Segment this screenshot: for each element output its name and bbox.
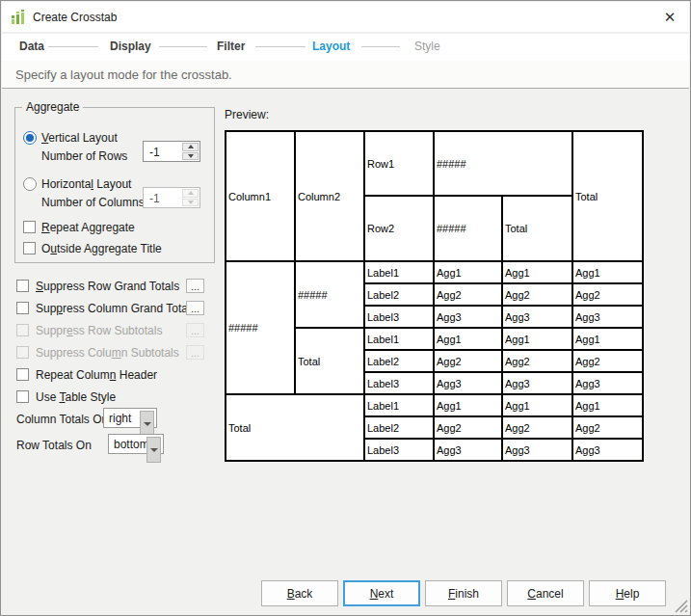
step-data[interactable]: Data bbox=[19, 40, 44, 53]
suppress-column-subtotals-checkbox bbox=[16, 346, 29, 359]
create-crosstab-dialog: Create Crosstab ✕ Data Display Filter La… bbox=[0, 0, 691, 616]
use-table-style-label[interactable]: Use Table Style bbox=[36, 390, 116, 404]
triangle-down-icon bbox=[188, 201, 194, 204]
next-button[interactable]: Next bbox=[343, 580, 420, 606]
preview-cell-agg: Agg3 bbox=[502, 372, 572, 394]
finish-button[interactable]: Finish bbox=[425, 580, 502, 606]
suppress-row-subtotals-checkbox bbox=[16, 324, 29, 336]
preview-cell-agg: Agg3 bbox=[434, 372, 502, 394]
vertical-layout-radio[interactable] bbox=[23, 131, 37, 145]
preview-cell-row2: Row2 bbox=[364, 196, 434, 261]
outside-aggregate-title-label[interactable]: Outside Aggregate Title bbox=[41, 242, 162, 255]
suppress-column-grand-totals-more-button[interactable]: ... bbox=[186, 301, 204, 315]
horizontal-layout-radio[interactable] bbox=[23, 177, 37, 191]
preview-cell-label: Label3 bbox=[364, 372, 434, 394]
preview-cell-grand-total-row: Total bbox=[226, 394, 364, 461]
preview-cell-label: Label2 bbox=[364, 350, 434, 372]
preview-cell-agg: Agg1 bbox=[572, 261, 643, 283]
back-button[interactable]: Back bbox=[261, 580, 338, 606]
number-of-rows-spinner[interactable]: -1 bbox=[143, 141, 200, 162]
preview-cell-agg: Agg2 bbox=[502, 416, 572, 439]
preview-cell-agg: Agg1 bbox=[502, 328, 572, 350]
repeat-aggregate-checkbox[interactable] bbox=[23, 221, 36, 233]
aggregate-groupbox: Aggregate Vertical Layout Number of Rows… bbox=[14, 107, 215, 263]
use-table-style-checkbox[interactable] bbox=[16, 390, 29, 403]
step-style[interactable]: Style bbox=[414, 40, 440, 53]
step-layout[interactable]: Layout bbox=[312, 40, 350, 53]
spin-up-button[interactable] bbox=[182, 143, 199, 151]
preview-cell-agg: Agg3 bbox=[502, 439, 572, 461]
number-of-rows-label: Number of Rows bbox=[41, 149, 127, 163]
preview-cell-label: Label2 bbox=[364, 416, 434, 439]
row-totals-on-dropdown[interactable]: bottom bbox=[108, 434, 164, 454]
aggregate-legend: Aggregate bbox=[22, 100, 83, 114]
chevron-down-icon bbox=[144, 422, 151, 426]
suppress-row-subtotals-label: Suppress Row Subtotals bbox=[36, 324, 162, 337]
preview-cell-label: Label3 bbox=[364, 439, 434, 461]
preview-cell-row1-value: ##### bbox=[434, 131, 572, 196]
dropdown-arrow-button[interactable] bbox=[140, 411, 154, 437]
repeat-column-header-label[interactable]: Repeat Column Header bbox=[36, 368, 157, 382]
resize-grip[interactable] bbox=[674, 599, 688, 613]
preview-cell-row2-value: ##### bbox=[434, 196, 502, 261]
column-totals-on-value: right bbox=[109, 412, 131, 425]
cancel-button[interactable]: Cancel bbox=[507, 580, 584, 606]
preview-label: Preview: bbox=[225, 108, 269, 121]
suppress-row-subtotals-more-button: ... bbox=[186, 323, 204, 337]
preview-cell-row1: Row1 bbox=[364, 131, 434, 196]
repeat-column-header-checkbox[interactable] bbox=[16, 368, 29, 381]
row-totals-on-value: bottom bbox=[114, 438, 149, 451]
preview-cell-agg: Agg1 bbox=[502, 394, 572, 416]
preview-cell-agg: Agg1 bbox=[572, 394, 643, 416]
preview-cell-row2-total: Total bbox=[502, 196, 572, 261]
suppress-column-grand-totals-checkbox[interactable] bbox=[16, 302, 29, 314]
spin-down-button[interactable] bbox=[182, 152, 199, 161]
suppress-column-subtotals-label: Suppress Column Subtotals bbox=[36, 346, 179, 360]
suppress-row-grand-totals-checkbox[interactable] bbox=[16, 280, 29, 292]
repeat-aggregate-label[interactable]: Repeat Aggregate bbox=[41, 221, 135, 234]
number-of-columns-label: Number of Columns bbox=[41, 196, 145, 209]
preview-cell-agg: Agg2 bbox=[502, 283, 572, 306]
spin-down-button bbox=[182, 199, 199, 207]
subtitle-bar: Specify a layout mode for the crosstab. bbox=[2, 61, 689, 89]
suppress-row-grand-totals-more-button[interactable]: ... bbox=[186, 279, 204, 293]
number-of-columns-spinner: -1 bbox=[143, 187, 200, 208]
step-connector bbox=[48, 46, 98, 47]
suppress-row-grand-totals-label[interactable]: Suppress Row Grand Totals bbox=[36, 280, 179, 293]
suppress-column-subtotals-more-button: ... bbox=[186, 345, 204, 360]
preview-cell-agg: Agg3 bbox=[434, 306, 502, 328]
crosstab-chart-icon bbox=[11, 10, 26, 25]
preview-cell-agg: Agg1 bbox=[572, 328, 643, 350]
vertical-layout-label[interactable]: Vertical Layout bbox=[41, 131, 118, 145]
triangle-up-icon bbox=[188, 191, 194, 195]
preview-cell-subgroup: ##### bbox=[295, 261, 364, 328]
step-display[interactable]: Display bbox=[110, 40, 151, 53]
page-subtitle: Specify a layout mode for the crosstab. bbox=[15, 67, 232, 82]
dropdown-arrow-button[interactable] bbox=[146, 437, 161, 463]
number-of-rows-value: -1 bbox=[149, 146, 160, 159]
preview-cell-agg: Agg3 bbox=[572, 372, 643, 394]
preview-cell-agg: Agg3 bbox=[572, 439, 643, 461]
column-totals-on-label: Column Totals On bbox=[16, 413, 108, 426]
close-icon[interactable]: ✕ bbox=[658, 7, 681, 28]
preview-cell-grand-total-col: Total bbox=[572, 131, 643, 261]
preview-cell-column2: Column2 bbox=[295, 131, 364, 261]
preview-cell-group: ##### bbox=[226, 261, 295, 394]
horizontal-layout-label[interactable]: Horizontal Layout bbox=[41, 177, 131, 191]
preview-cell-agg: Agg1 bbox=[434, 394, 502, 416]
step-connector bbox=[361, 46, 400, 47]
preview-cell-agg: Agg3 bbox=[572, 306, 643, 328]
column-totals-on-dropdown[interactable]: right bbox=[103, 408, 157, 428]
preview-cell-label: Label1 bbox=[364, 261, 434, 283]
preview-cell-agg: Agg2 bbox=[502, 350, 572, 372]
preview-cell-subtotal: Total bbox=[295, 328, 364, 394]
preview-cell-agg: Agg2 bbox=[434, 350, 502, 372]
step-filter[interactable]: Filter bbox=[217, 40, 245, 53]
preview-cell-agg: Agg3 bbox=[502, 306, 572, 328]
preview-cell-label: Label1 bbox=[364, 394, 434, 416]
suppress-column-grand-totals-label[interactable]: Suppress Column Grand Totals bbox=[36, 302, 197, 315]
triangle-down-icon bbox=[188, 154, 194, 158]
preview-cell-agg: Agg2 bbox=[572, 283, 643, 306]
help-button[interactable]: Help bbox=[589, 580, 666, 606]
outside-aggregate-title-checkbox[interactable] bbox=[23, 242, 36, 254]
